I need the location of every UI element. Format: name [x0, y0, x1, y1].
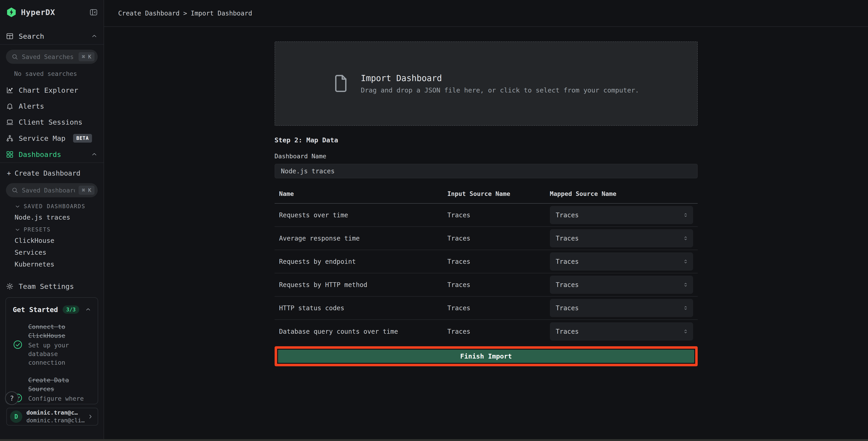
- saved-searches-input[interactable]: [22, 53, 75, 60]
- sidebar-item-kubernetes[interactable]: Kubernetes: [0, 258, 103, 270]
- group-presets[interactable]: PRESETS: [0, 223, 103, 235]
- mapped-source-select[interactable]: Traces: [550, 299, 693, 317]
- sidebar-item-clickhouse[interactable]: ClickHouse: [0, 235, 103, 246]
- search-icon: [11, 187, 18, 194]
- row-name: Database query counts over time: [279, 328, 447, 335]
- laptop-icon: [6, 118, 14, 126]
- get-started-card: Get Started 3/3 Connect to ClickHouse Se…: [5, 297, 98, 404]
- get-started-item-texts: Connect to ClickHouse Set up your databa…: [28, 322, 91, 367]
- import-dropzone[interactable]: Import Dashboard Drag and drop a JSON fi…: [275, 41, 698, 126]
- sidebar-item-nodejs-traces[interactable]: Node.js traces: [0, 211, 103, 223]
- dashboards-grid-icon: [6, 151, 14, 158]
- panel-collapse-icon: [90, 8, 98, 17]
- mapped-source-select[interactable]: Traces: [550, 229, 693, 247]
- mapped-source-select[interactable]: Traces: [550, 206, 693, 224]
- get-started-item-title: Connect to ClickHouse: [28, 322, 91, 340]
- get-started-title: Get Started: [13, 306, 58, 314]
- finish-import-highlight: Finish Import: [275, 346, 698, 366]
- get-started-item-connect[interactable]: Connect to ClickHouse Set up your databa…: [13, 322, 91, 367]
- get-started-item-sources[interactable]: Create Data Sources Configure where your…: [13, 376, 91, 404]
- nav-label: Dashboards: [19, 150, 61, 158]
- saved-dashboards-input[interactable]: [22, 187, 75, 194]
- sidebar-item-chart-explorer[interactable]: Chart Explorer: [0, 82, 103, 98]
- hyperdx-logo-icon: [6, 7, 17, 18]
- get-started-item-description: Set up your database connection: [28, 341, 91, 367]
- gear-icon: [6, 283, 14, 290]
- table-row: Requests over time Traces Traces: [275, 204, 698, 227]
- app-logo[interactable]: HyperDX: [6, 7, 90, 18]
- create-dashboard-label: Create Dashboard: [14, 169, 81, 177]
- table-header: Name Input Source Name Mapped Source Nam…: [275, 189, 698, 204]
- search-section-icon: [6, 32, 14, 40]
- breadcrumb-create-dashboard[interactable]: Create Dashboard: [118, 9, 180, 17]
- table-row: HTTP status codes Traces Traces: [275, 297, 698, 320]
- row-name: Requests by endpoint: [279, 258, 447, 265]
- nav-label: Service Map: [19, 134, 65, 142]
- dropzone-subtitle: Drag and drop a JSON file here, or click…: [361, 86, 639, 94]
- breadcrumb-separator: >: [183, 9, 187, 17]
- chevron-down-icon: [14, 227, 21, 233]
- row-name: HTTP status codes: [279, 304, 447, 312]
- sidebar-item-services[interactable]: Services: [0, 246, 103, 258]
- create-dashboard-button[interactable]: + Create Dashboard: [0, 163, 103, 179]
- question-mark-icon: ?: [10, 394, 14, 402]
- selector-icon: [683, 328, 689, 334]
- sidebar-collapse-button[interactable]: [90, 8, 98, 17]
- group-label-text: PRESETS: [24, 227, 51, 233]
- app-root: HyperDX Search ⌘: [0, 0, 868, 441]
- beta-badge: BETA: [73, 134, 92, 143]
- user-texts: dominic.tran@c… dominic.tran@cli…: [26, 409, 83, 424]
- selector-icon: [683, 212, 689, 218]
- shortcut-badge: ⌘ K: [79, 186, 94, 195]
- plus-icon: +: [7, 169, 11, 177]
- sidebar-item-alerts[interactable]: Alerts: [0, 98, 103, 114]
- sidebar-item-team-settings[interactable]: Team Settings: [0, 278, 103, 294]
- user-menu[interactable]: D dominic.tran@c… dominic.tran@cli…: [6, 408, 98, 425]
- nav-label: Alerts: [19, 102, 44, 110]
- service-map-icon: [6, 135, 14, 142]
- sidebar-item-search[interactable]: Search: [0, 28, 103, 44]
- bottom-edge-strip: [104, 439, 868, 441]
- nav-label: Chart Explorer: [19, 86, 78, 94]
- get-started-header[interactable]: Get Started 3/3: [13, 305, 91, 314]
- table-row: Database query counts over time Traces T…: [275, 320, 698, 343]
- dashboard-name-input[interactable]: [275, 164, 698, 178]
- mapped-source-select[interactable]: Traces: [550, 276, 693, 294]
- sidebar-item-dashboards[interactable]: Dashboards: [0, 146, 103, 163]
- chevron-up-icon: [91, 151, 98, 158]
- progress-badge: 3/3: [63, 305, 80, 314]
- row-input-source: Traces: [447, 211, 550, 219]
- saved-searches-search[interactable]: ⌘ K: [6, 50, 98, 64]
- content: Import Dashboard Drag and drop a JSON fi…: [104, 27, 868, 441]
- select-value: Traces: [556, 328, 579, 335]
- main-area: Create Dashboard > Import Dashboard Impo…: [104, 0, 868, 441]
- mapped-source-select[interactable]: Traces: [550, 322, 693, 341]
- app-title: HyperDX: [21, 8, 55, 17]
- chevron-up-icon: [85, 306, 91, 313]
- chevron-down-icon: [14, 203, 21, 209]
- user-email: dominic.tran@cli…: [26, 417, 83, 424]
- breadcrumb-import-dashboard: Import Dashboard: [191, 9, 252, 17]
- sidebar-nav: Chart Explorer Alerts Client Sessions: [0, 82, 103, 163]
- search-section-label: Search: [19, 32, 44, 40]
- table-row: Average response time Traces Traces: [275, 227, 698, 250]
- row-input-source: Traces: [447, 258, 550, 265]
- chart-explorer-icon: [6, 86, 14, 94]
- help-button[interactable]: ?: [5, 391, 19, 405]
- sidebar-item-service-map[interactable]: Service Map BETA: [0, 130, 103, 146]
- sidebar-item-client-sessions[interactable]: Client Sessions: [0, 114, 103, 130]
- avatar: D: [10, 410, 22, 423]
- check-circle-icon: [13, 340, 23, 350]
- group-label-text: SAVED DASHBOARDS: [24, 203, 85, 210]
- select-value: Traces: [556, 211, 579, 219]
- mapped-source-select[interactable]: Traces: [550, 253, 693, 271]
- chevron-up-icon: [91, 33, 98, 40]
- group-saved-dashboards[interactable]: SAVED DASHBOARDS: [0, 197, 103, 211]
- get-started-item-description: Configure where your data comes from: [28, 394, 91, 404]
- select-value: Traces: [556, 258, 579, 265]
- selector-icon: [683, 235, 689, 241]
- row-input-source: Traces: [447, 235, 550, 242]
- saved-dashboards-search[interactable]: ⌘ K: [6, 183, 98, 197]
- row-input-source: Traces: [447, 328, 550, 335]
- finish-import-button[interactable]: Finish Import: [278, 350, 694, 363]
